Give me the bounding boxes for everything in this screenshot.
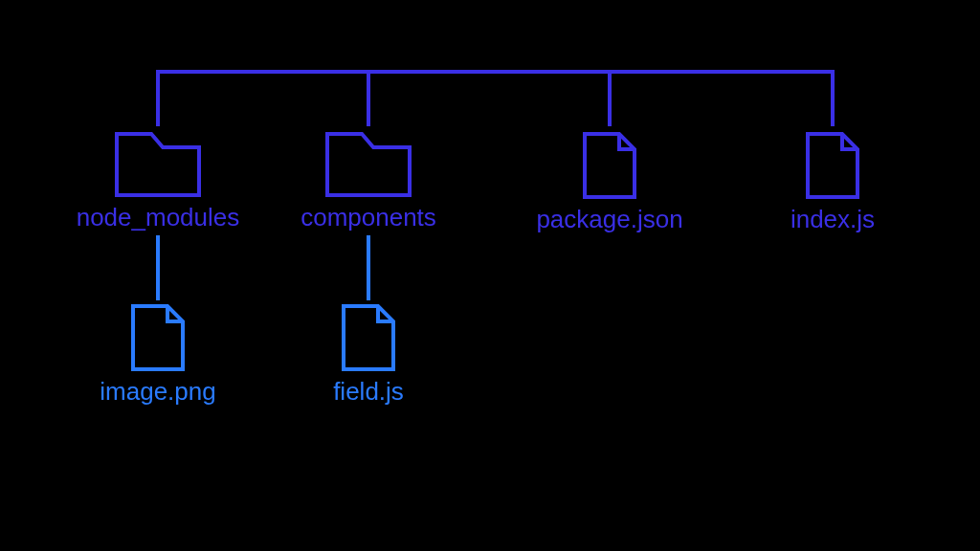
tree-node-package_json: package.json xyxy=(536,134,682,233)
tree-node-index_js: index.js xyxy=(791,134,875,233)
file-icon xyxy=(585,134,635,197)
tree-node-label: index.js xyxy=(791,205,875,233)
tree-node-label: image.png xyxy=(100,377,215,406)
folder-icon xyxy=(117,134,199,195)
file-icon xyxy=(808,134,858,197)
tree-node-label: node_modules xyxy=(77,203,240,231)
file-icon xyxy=(344,306,393,369)
tree-node-label: components xyxy=(301,203,436,231)
tree-node-components: components xyxy=(301,134,436,231)
tree-node-label: field.js xyxy=(333,377,404,406)
tree-node-image_png: image.png xyxy=(100,306,215,406)
tree-node-field_js: field.js xyxy=(333,306,404,406)
tree-root-connector xyxy=(158,72,833,124)
tree-node-node_modules: node_modules xyxy=(77,134,240,231)
file-icon xyxy=(133,306,183,369)
tree-node-label: package.json xyxy=(536,205,682,233)
folder-icon xyxy=(327,134,410,195)
